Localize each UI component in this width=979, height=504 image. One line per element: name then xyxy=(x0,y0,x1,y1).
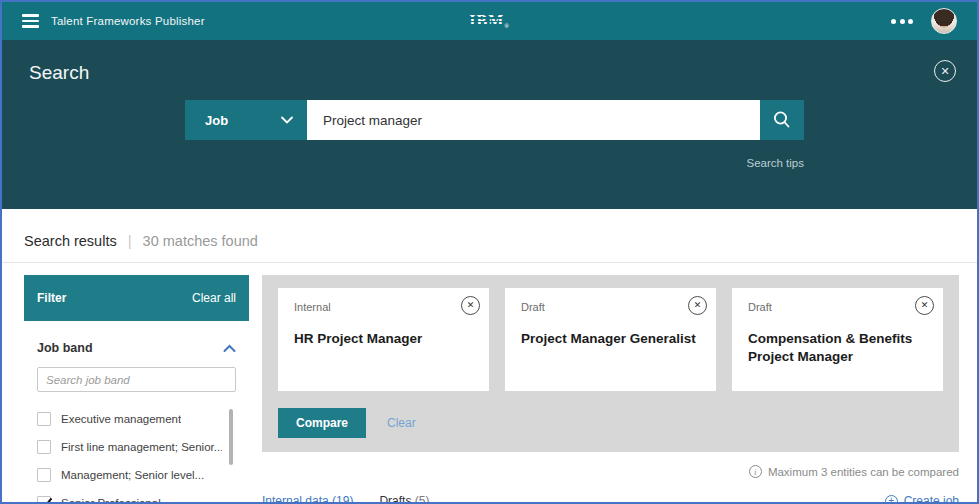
menu-icon[interactable] xyxy=(22,14,39,28)
results-tabs-row: Internal data (19) Drafts (5) + Create j… xyxy=(262,494,959,504)
filter-header: Filter Clear all xyxy=(24,275,249,321)
search-icon xyxy=(772,110,792,130)
filter-option[interactable]: Senior Professional xyxy=(37,489,222,504)
page-title: Search xyxy=(29,62,89,84)
checkbox-checked[interactable] xyxy=(37,496,51,504)
checkbox-unchecked[interactable] xyxy=(37,412,51,426)
app-window: Talent Frameworks Publisher IBM® Search … xyxy=(0,0,979,504)
search-category-label: Job xyxy=(205,113,228,128)
tab-drafts[interactable]: Drafts (5) xyxy=(379,494,429,504)
top-navbar: Talent Frameworks Publisher IBM® xyxy=(2,2,977,40)
search-button[interactable] xyxy=(760,100,804,140)
create-job-link[interactable]: + Create job xyxy=(885,494,959,504)
tray-actions: Compare Clear xyxy=(278,408,943,438)
card-title: HR Project Manager xyxy=(294,330,473,348)
results-header: Search results | 30 matches found xyxy=(2,209,977,263)
close-search-icon[interactable]: ✕ xyxy=(934,60,956,82)
filter-group-title: Job band xyxy=(37,341,93,355)
results-separator: | xyxy=(128,232,132,249)
remove-card-icon[interactable]: ✕ xyxy=(915,296,934,315)
tab-internal-data[interactable]: Internal data (19) xyxy=(262,494,353,504)
filter-option[interactable]: First line management; Senior... xyxy=(37,433,222,461)
plus-circle-icon: + xyxy=(885,495,898,504)
card-status: Draft xyxy=(521,301,700,313)
search-input[interactable] xyxy=(307,100,760,140)
compare-button[interactable]: Compare xyxy=(278,408,366,438)
info-icon: i xyxy=(749,465,762,478)
filter-search-input[interactable] xyxy=(37,367,236,392)
compare-note-text: Maximum 3 entities can be compared xyxy=(768,466,959,478)
topbar-right xyxy=(889,8,957,34)
clear-all-link[interactable]: Clear all xyxy=(192,291,236,305)
remove-card-icon[interactable]: ✕ xyxy=(688,296,707,315)
results-title: Search results xyxy=(24,233,117,249)
compare-area: Internal ✕ HR Project Manager Draft ✕ Pr… xyxy=(262,275,959,504)
results-body: Filter Clear all Job band Executive mana… xyxy=(2,263,977,504)
create-job-label: Create job xyxy=(904,494,959,504)
ibm-logo: IBM® xyxy=(469,13,509,29)
result-tabs: Internal data (19) Drafts (5) xyxy=(262,494,429,504)
filter-body: Job band Executive management First line… xyxy=(24,341,249,504)
card-title: Project Manager Generalist xyxy=(521,330,700,348)
results-count: 30 matches found xyxy=(143,233,258,249)
app-title: Talent Frameworks Publisher xyxy=(51,15,205,27)
search-bar: Job xyxy=(185,100,804,140)
compare-card: Draft ✕ Project Manager Generalist xyxy=(505,288,716,391)
chevron-down-icon xyxy=(281,116,293,124)
search-category-dropdown[interactable]: Job xyxy=(185,100,307,140)
filter-group-jobband[interactable]: Job band xyxy=(37,341,236,355)
compare-note: i Maximum 3 entities can be compared xyxy=(262,465,959,478)
compare-cards: Internal ✕ HR Project Manager Draft ✕ Pr… xyxy=(278,288,943,391)
search-panel: Search ✕ Job Search tips xyxy=(2,40,977,209)
overflow-menu-icon[interactable] xyxy=(889,15,915,28)
clear-compare-link[interactable]: Clear xyxy=(387,416,416,430)
compare-card: Draft ✕ Compensation & Benefits Project … xyxy=(732,288,943,391)
card-status: Internal xyxy=(294,301,473,313)
search-tips-link[interactable]: Search tips xyxy=(185,157,804,169)
filter-option[interactable]: Management; Senior level... xyxy=(37,461,222,489)
card-title: Compensation & Benefits Project Manager xyxy=(748,330,927,365)
list-scrollbar[interactable] xyxy=(229,409,233,465)
filter-panel: Filter Clear all Job band Executive mana… xyxy=(24,275,249,504)
filter-option[interactable]: Executive management xyxy=(37,405,222,433)
filter-options-list: Executive management First line manageme… xyxy=(37,405,236,504)
remove-card-icon[interactable]: ✕ xyxy=(461,296,480,315)
chevron-up-icon xyxy=(223,344,236,353)
user-avatar[interactable] xyxy=(931,8,957,34)
card-status: Draft xyxy=(748,301,927,313)
checkbox-unchecked[interactable] xyxy=(37,468,51,482)
checkbox-unchecked[interactable] xyxy=(37,440,51,454)
compare-card: Internal ✕ HR Project Manager xyxy=(278,288,489,391)
filter-title: Filter xyxy=(37,291,66,305)
compare-tray: Internal ✕ HR Project Manager Draft ✕ Pr… xyxy=(262,275,959,452)
